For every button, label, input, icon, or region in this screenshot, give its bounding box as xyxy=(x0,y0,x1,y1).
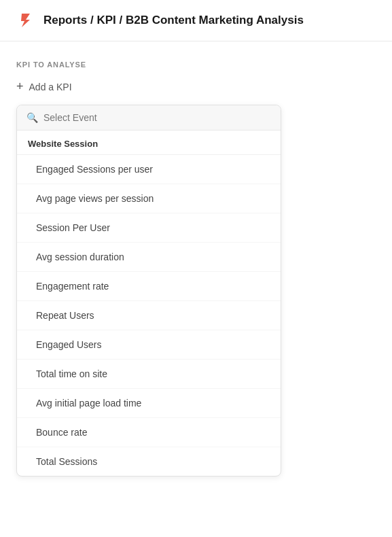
group-label: Website Session xyxy=(17,131,281,155)
main-content: KPI TO ANALYSE + Add a KPI 🔍 Website Ses… xyxy=(0,41,392,496)
app-logo xyxy=(16,11,35,30)
add-kpi-row[interactable]: + Add a KPI xyxy=(16,80,376,94)
menu-item[interactable]: Repeat Users xyxy=(17,301,281,330)
header: Reports / KPI / B2B Content Marketing An… xyxy=(0,0,392,41)
menu-item[interactable]: Total Sessions xyxy=(17,447,281,476)
menu-item[interactable]: Avg session duration xyxy=(17,243,281,272)
menu-item[interactable]: Session Per User xyxy=(17,213,281,243)
menu-item[interactable]: Bounce rate xyxy=(17,418,281,447)
add-kpi-label: Add a KPI xyxy=(29,82,72,92)
menu-items-list: Engaged Sessions per userAvg page views … xyxy=(17,155,281,476)
search-input[interactable] xyxy=(43,112,271,123)
menu-item[interactable]: Total time on site xyxy=(17,360,281,389)
menu-item[interactable]: Engaged Users xyxy=(17,330,281,360)
section-label: KPI TO ANALYSE xyxy=(16,60,376,69)
breadcrumb: Reports / KPI / B2B Content Marketing An… xyxy=(43,14,304,27)
search-icon: 🔍 xyxy=(26,112,38,123)
search-row: 🔍 xyxy=(17,105,281,131)
event-dropdown: 🔍 Website Session Engaged Sessions per u… xyxy=(16,105,281,477)
menu-item[interactable]: Avg page views per session xyxy=(17,184,281,213)
menu-item[interactable]: Avg initial page load time xyxy=(17,389,281,418)
menu-item[interactable]: Engaged Sessions per user xyxy=(17,155,281,184)
add-kpi-plus-icon: + xyxy=(16,80,24,94)
menu-item[interactable]: Engagement rate xyxy=(17,272,281,301)
